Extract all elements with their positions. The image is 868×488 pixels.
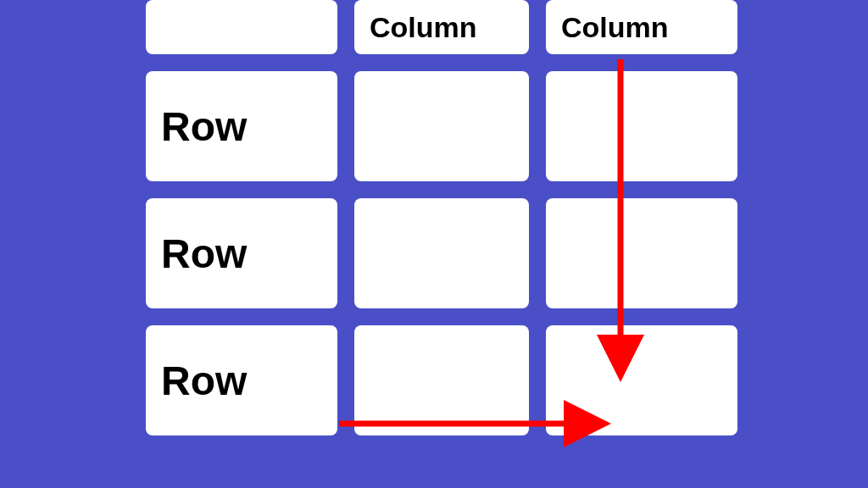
row-label-2: Row [146, 198, 337, 308]
cell-r2-c1 [354, 198, 529, 308]
table-grid: Column Column Row Row Row [146, 0, 722, 435]
cell-r3-c2 [546, 325, 737, 435]
cell-r3-c1 [354, 325, 529, 435]
cell-r1-c1 [354, 71, 529, 181]
column-header-2: Column [546, 0, 737, 54]
cell-r1-c2 [546, 71, 737, 181]
row-label-3: Row [146, 325, 337, 435]
row-label-1: Row [146, 71, 337, 181]
header-blank [146, 0, 337, 54]
column-header-1: Column [354, 0, 529, 54]
cell-r2-c2 [546, 198, 737, 308]
